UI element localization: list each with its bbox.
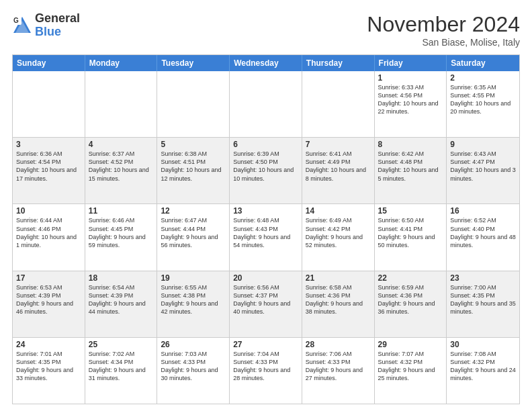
cal-cell-1-5: 8Sunrise: 6:42 AM Sunset: 4:48 PM Daylig… <box>375 138 447 203</box>
day-info: Sunrise: 6:47 AM Sunset: 4:44 PM Dayligh… <box>161 216 226 249</box>
day-info: Sunrise: 6:33 AM Sunset: 4:56 PM Dayligh… <box>378 83 443 116</box>
cal-cell-3-5: 22Sunrise: 6:59 AM Sunset: 4:36 PM Dayli… <box>375 271 447 337</box>
day-info: Sunrise: 6:53 AM Sunset: 4:39 PM Dayligh… <box>16 283 81 316</box>
cal-cell-2-5: 15Sunrise: 6:50 AM Sunset: 4:41 PM Dayli… <box>375 204 447 270</box>
cal-cell-4-2: 26Sunrise: 7:03 AM Sunset: 4:33 PM Dayli… <box>157 338 230 404</box>
day-number: 6 <box>233 140 298 149</box>
cal-cell-2-2: 12Sunrise: 6:47 AM Sunset: 4:44 PM Dayli… <box>157 204 230 270</box>
calendar-header: SundayMondayTuesdayWednesdayThursdayFrid… <box>13 55 519 71</box>
cal-cell-1-0: 3Sunrise: 6:36 AM Sunset: 4:54 PM Daylig… <box>13 138 85 203</box>
logo-blue: Blue <box>35 26 80 39</box>
day-number: 13 <box>233 206 298 216</box>
day-number: 3 <box>16 140 81 149</box>
logo-text: General Blue <box>35 12 80 39</box>
day-number: 1 <box>378 73 443 83</box>
day-info: Sunrise: 6:39 AM Sunset: 4:50 PM Dayligh… <box>233 150 298 183</box>
day-number: 11 <box>89 206 154 216</box>
day-number: 25 <box>89 340 154 349</box>
calendar-row-3: 17Sunrise: 6:53 AM Sunset: 4:39 PM Dayli… <box>13 271 519 337</box>
day-info: Sunrise: 6:41 AM Sunset: 4:49 PM Dayligh… <box>306 150 371 183</box>
cal-cell-2-1: 11Sunrise: 6:46 AM Sunset: 4:45 PM Dayli… <box>85 204 158 270</box>
day-number: 29 <box>378 340 443 349</box>
day-number: 14 <box>306 206 371 216</box>
day-info: Sunrise: 7:00 AM Sunset: 4:35 PM Dayligh… <box>450 283 516 316</box>
day-number: 28 <box>306 340 371 349</box>
cal-cell-3-4: 21Sunrise: 6:58 AM Sunset: 4:36 PM Dayli… <box>302 271 375 337</box>
cal-cell-1-1: 4Sunrise: 6:37 AM Sunset: 4:52 PM Daylig… <box>85 138 158 203</box>
day-number: 2 <box>450 73 516 83</box>
logo-general: General <box>35 12 80 26</box>
cal-cell-0-1 <box>85 71 158 137</box>
cal-cell-3-0: 17Sunrise: 6:53 AM Sunset: 4:39 PM Dayli… <box>13 271 85 337</box>
svg-text:G: G <box>13 17 19 24</box>
calendar-row-1: 3Sunrise: 6:36 AM Sunset: 4:54 PM Daylig… <box>13 137 519 203</box>
day-info: Sunrise: 6:38 AM Sunset: 4:51 PM Dayligh… <box>161 150 226 183</box>
cal-cell-2-0: 10Sunrise: 6:44 AM Sunset: 4:46 PM Dayli… <box>13 204 85 270</box>
day-info: Sunrise: 6:35 AM Sunset: 4:55 PM Dayligh… <box>450 83 516 116</box>
cal-cell-0-4 <box>302 71 375 137</box>
cal-cell-3-1: 18Sunrise: 6:54 AM Sunset: 4:39 PM Dayli… <box>85 271 158 337</box>
location: San Biase, Molise, Italy <box>367 37 520 48</box>
day-number: 23 <box>450 273 516 283</box>
cal-cell-0-5: 1Sunrise: 6:33 AM Sunset: 4:56 PM Daylig… <box>375 71 447 137</box>
day-info: Sunrise: 7:07 AM Sunset: 4:32 PM Dayligh… <box>378 350 443 383</box>
cal-cell-4-3: 27Sunrise: 7:04 AM Sunset: 4:33 PM Dayli… <box>230 338 302 404</box>
calendar-row-0: 1Sunrise: 6:33 AM Sunset: 4:56 PM Daylig… <box>13 71 519 137</box>
day-number: 18 <box>89 273 154 283</box>
title-block: November 2024 San Biase, Molise, Italy <box>367 12 520 48</box>
day-info: Sunrise: 6:55 AM Sunset: 4:38 PM Dayligh… <box>161 283 226 316</box>
day-number: 7 <box>306 140 371 149</box>
cal-cell-2-6: 16Sunrise: 6:52 AM Sunset: 4:40 PM Dayli… <box>447 204 519 270</box>
cal-cell-4-4: 28Sunrise: 7:06 AM Sunset: 4:33 PM Dayli… <box>302 338 375 404</box>
header-cell-wednesday: Wednesday <box>230 55 302 71</box>
cal-cell-4-1: 25Sunrise: 7:02 AM Sunset: 4:34 PM Dayli… <box>85 338 158 404</box>
day-number: 17 <box>16 273 81 283</box>
day-number: 12 <box>161 206 226 216</box>
cal-cell-3-2: 19Sunrise: 6:55 AM Sunset: 4:38 PM Dayli… <box>157 271 230 337</box>
day-info: Sunrise: 6:44 AM Sunset: 4:46 PM Dayligh… <box>16 216 81 249</box>
day-info: Sunrise: 7:03 AM Sunset: 4:33 PM Dayligh… <box>161 350 226 383</box>
header-cell-sunday: Sunday <box>13 55 85 71</box>
day-info: Sunrise: 6:49 AM Sunset: 4:42 PM Dayligh… <box>306 216 371 249</box>
cal-cell-1-3: 6Sunrise: 6:39 AM Sunset: 4:50 PM Daylig… <box>230 138 302 203</box>
day-number: 9 <box>450 140 516 149</box>
cal-cell-0-2 <box>157 71 230 137</box>
day-info: Sunrise: 7:01 AM Sunset: 4:35 PM Dayligh… <box>16 350 81 383</box>
logo: G General Blue <box>12 12 80 39</box>
header-cell-monday: Monday <box>85 55 158 71</box>
logo-icon: G <box>12 15 32 36</box>
day-number: 4 <box>89 140 154 149</box>
header-cell-friday: Friday <box>375 55 447 71</box>
day-info: Sunrise: 6:46 AM Sunset: 4:45 PM Dayligh… <box>89 216 154 249</box>
day-number: 5 <box>161 140 226 149</box>
day-info: Sunrise: 6:58 AM Sunset: 4:36 PM Dayligh… <box>306 283 371 316</box>
cal-cell-2-4: 14Sunrise: 6:49 AM Sunset: 4:42 PM Dayli… <box>302 204 375 270</box>
cal-cell-4-6: 30Sunrise: 7:08 AM Sunset: 4:32 PM Dayli… <box>447 338 519 404</box>
calendar-row-2: 10Sunrise: 6:44 AM Sunset: 4:46 PM Dayli… <box>13 203 519 270</box>
day-info: Sunrise: 6:48 AM Sunset: 4:43 PM Dayligh… <box>233 216 298 249</box>
day-info: Sunrise: 6:43 AM Sunset: 4:47 PM Dayligh… <box>450 150 516 183</box>
day-info: Sunrise: 6:52 AM Sunset: 4:40 PM Dayligh… <box>450 216 516 249</box>
cal-cell-1-4: 7Sunrise: 6:41 AM Sunset: 4:49 PM Daylig… <box>302 138 375 203</box>
header-cell-tuesday: Tuesday <box>157 55 230 71</box>
calendar-body: 1Sunrise: 6:33 AM Sunset: 4:56 PM Daylig… <box>13 71 519 404</box>
day-info: Sunrise: 6:42 AM Sunset: 4:48 PM Dayligh… <box>378 150 443 183</box>
day-info: Sunrise: 7:04 AM Sunset: 4:33 PM Dayligh… <box>233 350 298 383</box>
cal-cell-2-3: 13Sunrise: 6:48 AM Sunset: 4:43 PM Dayli… <box>230 204 302 270</box>
day-info: Sunrise: 7:06 AM Sunset: 4:33 PM Dayligh… <box>306 350 371 383</box>
day-info: Sunrise: 6:59 AM Sunset: 4:36 PM Dayligh… <box>378 283 443 316</box>
day-number: 8 <box>378 140 443 149</box>
cal-cell-3-3: 20Sunrise: 6:56 AM Sunset: 4:37 PM Dayli… <box>230 271 302 337</box>
day-number: 24 <box>16 340 81 349</box>
day-number: 10 <box>16 206 81 216</box>
cal-cell-0-0 <box>13 71 85 137</box>
day-number: 16 <box>450 206 516 216</box>
month-title: November 2024 <box>367 12 520 37</box>
calendar: SundayMondayTuesdayWednesdayThursdayFrid… <box>12 54 520 404</box>
cal-cell-4-5: 29Sunrise: 7:07 AM Sunset: 4:32 PM Dayli… <box>375 338 447 404</box>
day-info: Sunrise: 6:50 AM Sunset: 4:41 PM Dayligh… <box>378 216 443 249</box>
cal-cell-4-0: 24Sunrise: 7:01 AM Sunset: 4:35 PM Dayli… <box>13 338 85 404</box>
calendar-row-4: 24Sunrise: 7:01 AM Sunset: 4:35 PM Dayli… <box>13 337 519 404</box>
day-number: 15 <box>378 206 443 216</box>
day-number: 21 <box>306 273 371 283</box>
